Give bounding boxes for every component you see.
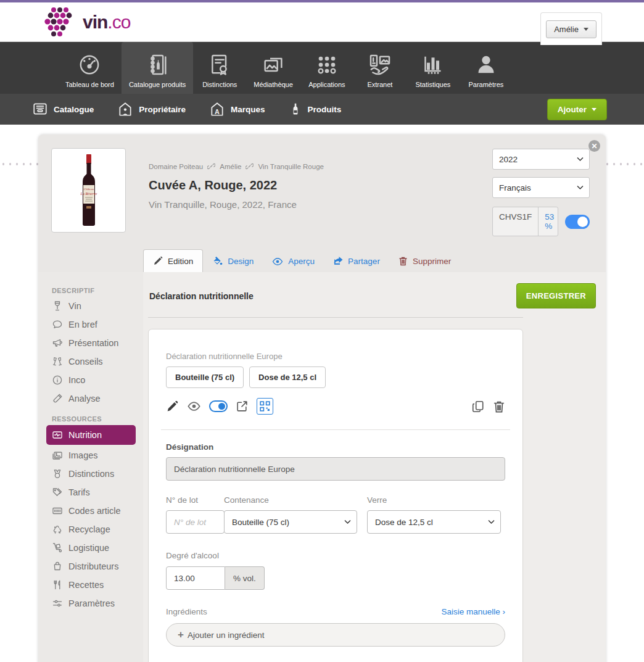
manual-entry-link[interactable]: Saisie manuelle › — [441, 607, 505, 616]
toggle-dot — [218, 403, 225, 410]
subnav-label: Produits — [308, 105, 342, 114]
product-image[interactable]: Château La Réserve — [51, 148, 126, 233]
vinco-logo[interactable]: vin.co — [43, 6, 130, 38]
sidebar-item-presentation[interactable]: Présentation — [38, 334, 143, 352]
gauge-icon — [77, 51, 102, 78]
add-ingredient-button[interactable]: + Ajouter un ingrédient — [166, 623, 505, 647]
sidebar-item-recettes[interactable]: Recettes — [38, 576, 143, 594]
main-nav-distinctions[interactable]: Distinctions — [193, 42, 246, 94]
link-icon — [207, 162, 215, 170]
tab-apercu[interactable]: Aperçu — [263, 250, 324, 272]
sidebar-item-tarifs[interactable]: Tarifs — [38, 483, 143, 502]
wine-glass-icon — [52, 300, 63, 312]
main-nav-catalogue-produits[interactable]: Catalogue produits — [122, 42, 193, 94]
subnav-marques[interactable]: A Marques — [209, 101, 265, 117]
lot-label: N° de lot — [166, 495, 225, 505]
main-body: DESCRIPTIF Vin En bref Présentation Cons… — [38, 272, 606, 662]
main-nav-mediatheque[interactable]: Médiathèque — [246, 42, 300, 94]
tab-design[interactable]: Design — [203, 250, 263, 272]
chip-dose[interactable]: Dose de 12,5 cl — [249, 366, 326, 388]
sidebar-item-inco[interactable]: Inco — [38, 371, 143, 389]
sidebar-item-conseils[interactable]: Conseils — [38, 352, 143, 371]
subnav-catalogue[interactable]: Catalogue — [32, 101, 94, 117]
sidebar-item-parametres[interactable]: Paramètres — [38, 594, 143, 613]
contenance-label: Contenance — [224, 495, 357, 505]
sidebar-item-codes-article[interactable]: Codes article — [38, 502, 143, 520]
visibility-toggle[interactable] — [209, 400, 228, 412]
tab-supprimer[interactable]: Supprimer — [389, 250, 460, 272]
tab-edition[interactable]: Edition — [143, 249, 203, 272]
main-nav-label: Distinctions — [202, 81, 237, 88]
qr-code-icon[interactable] — [257, 398, 273, 415]
chevron-down-icon — [344, 520, 351, 524]
product-tabs: Edition Design Aperçu Partager Supprimer — [143, 249, 606, 272]
designation-block: Désignation — [166, 442, 505, 481]
vintage-select[interactable]: 2022 — [492, 149, 590, 170]
breadcrumb-domaine[interactable]: Domaine Poiteau — [149, 163, 203, 170]
edit-pencil-icon[interactable] — [166, 400, 179, 413]
chevron-down-icon — [577, 157, 584, 162]
barcode-icon — [52, 505, 63, 516]
user-name: Amélie — [554, 25, 579, 34]
verre-label: Verre — [367, 495, 501, 505]
breadcrumb-product[interactable]: Vin Tranquille Rouge — [258, 163, 324, 170]
language-select[interactable]: Français — [492, 177, 590, 198]
designation-input[interactable] — [166, 457, 505, 481]
main-nav-tableau-de-bord[interactable]: Tableau de bord — [58, 42, 122, 94]
main-nav-parametres[interactable]: Paramètres — [460, 42, 513, 94]
main-nav-applications[interactable]: Applications — [300, 42, 353, 94]
sidebar-item-analyse[interactable]: Analyse — [38, 389, 143, 408]
main-nav-label: Paramètres — [468, 81, 503, 88]
sidebar-section-title: RESSOURCES — [52, 415, 143, 423]
completion-percent[interactable]: 53 % — [538, 207, 558, 236]
link-icon — [246, 162, 254, 170]
sidebar-item-en-bref[interactable]: En bref — [38, 315, 143, 334]
breadcrumb-user[interactable]: Amélie — [220, 163, 241, 170]
sidebar-item-label: Vin — [68, 301, 81, 311]
sidebar-item-label: Analyse — [68, 394, 101, 403]
sidebar-item-logistique[interactable]: Logistique — [38, 539, 143, 557]
sidebar-item-nutrition[interactable]: Nutrition — [46, 425, 136, 445]
breadcrumb: Domaine Poiteau Amélie Vin Tranquille Ro… — [149, 162, 324, 170]
delete-trash-icon[interactable] — [493, 400, 505, 413]
external-link-icon[interactable] — [236, 400, 249, 413]
bar-chart-icon — [421, 51, 445, 78]
speech-bubble-icon — [52, 319, 63, 330]
sidebar-item-recyclage[interactable]: Recyclage — [38, 520, 143, 539]
sidebar-item-distributeurs[interactable]: Distributeurs — [38, 557, 143, 576]
sidebar-item-distinctions[interactable]: Distinctions — [38, 465, 143, 483]
close-icon[interactable]: ✕ — [588, 140, 600, 152]
lot-input[interactable] — [166, 510, 225, 534]
add-button[interactable]: Ajouter — [547, 99, 607, 120]
pencil-icon — [153, 256, 163, 266]
sidebar-item-label: Images — [68, 450, 98, 460]
tab-label: Aperçu — [288, 257, 315, 266]
user-menu-button[interactable]: Amélie — [546, 20, 597, 38]
verre-select[interactable]: Dose de 12,5 cl — [367, 510, 501, 534]
duplicate-icon[interactable] — [471, 400, 485, 413]
sidebar-item-label: Tarifs — [68, 487, 90, 497]
subnav-label: Marques — [231, 105, 265, 114]
product-subtitle: Vin Tranquille, Rouge, 2022, France — [149, 199, 324, 210]
share-icon — [333, 256, 343, 266]
save-button[interactable]: ENREGISTRER — [516, 283, 596, 308]
sidebar-section-title: DESCRIPTIF — [52, 287, 143, 294]
recycle-icon — [52, 524, 63, 535]
tab-label: Design — [228, 257, 254, 266]
main-nav-extranet[interactable]: Extranet — [353, 42, 407, 94]
main-nav-statistiques[interactable]: Statistiques — [407, 42, 460, 94]
picture-icon — [52, 450, 63, 461]
tab-partager[interactable]: Partager — [324, 250, 389, 272]
sidebar-item-vin[interactable]: Vin — [38, 297, 143, 315]
publish-toggle[interactable] — [565, 215, 590, 229]
alcohol-input[interactable] — [166, 566, 225, 590]
contenance-select[interactable]: Bouteille (75 cl) — [224, 510, 357, 534]
subnav-proprietaire[interactable]: Propriétaire — [117, 101, 186, 117]
sidebar-item-images[interactable]: Images — [38, 446, 143, 465]
sub-navigation: Catalogue Propriétaire A Marques Produit… — [0, 94, 644, 125]
subnav-produits[interactable]: Produits — [289, 101, 342, 117]
nutrition-card-icon — [52, 429, 63, 441]
subnav-label: Propriétaire — [139, 105, 186, 114]
chip-bouteille[interactable]: Bouteille (75 cl) — [166, 366, 244, 388]
preview-eye-icon[interactable] — [187, 401, 201, 412]
